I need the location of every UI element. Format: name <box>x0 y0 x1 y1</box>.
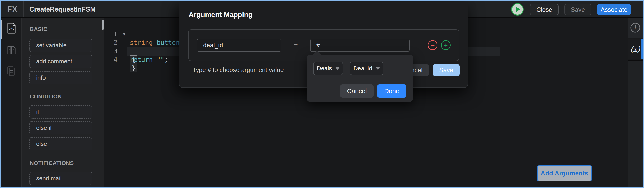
tab-info[interactable]: i <box>628 18 643 38</box>
code-text: return ""; <box>130 55 168 64</box>
section-title-notifications: NOTIFICATIONS <box>30 160 74 166</box>
field-select[interactable]: Deal Id <box>350 62 384 75</box>
palette-item-else-if[interactable]: else if <box>29 121 92 135</box>
left-icon-rail: </> <box>1 18 22 187</box>
palette-item-set-variable[interactable]: set variable <box>29 39 92 52</box>
palette-item-send-mail[interactable]: send mail <box>29 172 92 185</box>
bracket-match-close: } <box>130 64 138 72</box>
run-button[interactable] <box>511 3 524 16</box>
argument-name-input[interactable] <box>197 39 282 52</box>
variables-x-icon: (x) <box>630 45 640 53</box>
tab-code-editor[interactable]: </> <box>6 23 16 34</box>
section-title-condition: CONDITION <box>30 93 62 100</box>
section-title-basic: BASIC <box>30 26 48 33</box>
rail-scrollbar-thumb[interactable] <box>1 20 2 39</box>
palette-item-info[interactable]: info <box>29 71 92 84</box>
add-row-icon[interactable]: + <box>441 40 451 50</box>
arguments-panel: Add Arguments <box>500 18 628 187</box>
document-list-icon <box>6 65 16 77</box>
save-button[interactable]: Save <box>564 4 591 15</box>
chevron-down-icon <box>376 67 380 70</box>
play-icon <box>516 7 520 12</box>
right-rail-lower-panel <box>628 60 643 187</box>
close-button[interactable]: Close <box>530 4 558 15</box>
svg-text:</>: </> <box>8 27 14 31</box>
tab-variables[interactable]: (x) <box>628 39 643 59</box>
argument-value-popup: Deals Deal Id Cancel Done <box>307 55 413 102</box>
equals-sign: = <box>294 41 298 49</box>
fx-logo: FX <box>1 1 24 18</box>
code-text: } <box>130 64 138 72</box>
function-title: CreateRequestInFSM <box>29 1 96 18</box>
document-pair-icon <box>6 45 16 56</box>
add-arguments-button[interactable]: Add Arguments <box>537 165 592 181</box>
line-number: 4 <box>108 55 118 64</box>
associate-button[interactable]: Associate <box>597 4 631 15</box>
modal-title: Argument Mapping <box>189 11 253 19</box>
popup-done-button[interactable]: Done <box>377 84 406 98</box>
fx-editor-window: FX CreateRequestInFSM Close Save Associa… <box>0 0 644 188</box>
remove-row-icon[interactable]: − <box>428 40 438 50</box>
palette-scrollbar-thumb[interactable] <box>102 20 104 30</box>
tab-snippets[interactable] <box>6 45 16 56</box>
palette-item-if[interactable]: if <box>29 105 92 119</box>
right-icon-rail: i (x) <box>628 18 643 187</box>
argument-value-input[interactable] <box>310 39 410 52</box>
module-select-value: Deals <box>317 65 332 72</box>
popup-cancel-button[interactable]: Cancel <box>340 84 374 98</box>
chevron-down-icon <box>336 67 340 70</box>
active-tab-indicator <box>642 39 643 59</box>
modal-save-button[interactable]: Save <box>433 64 460 76</box>
info-icon: i <box>630 22 641 34</box>
module-select[interactable]: Deals <box>313 62 343 75</box>
field-select-value: Deal Id <box>354 65 372 72</box>
palette-item-add-comment[interactable]: add comment <box>29 55 92 68</box>
fold-arrow-icon[interactable]: ▼ <box>123 32 126 37</box>
snippet-palette-panel: BASIC set variable add comment info COND… <box>22 18 104 187</box>
palette-item-else[interactable]: else <box>29 137 92 150</box>
code-file-icon: </> <box>6 23 16 35</box>
popup-caret <box>313 50 321 55</box>
tab-logs[interactable] <box>6 66 16 77</box>
argument-hint-text: Type # to choose argument value <box>192 66 284 73</box>
